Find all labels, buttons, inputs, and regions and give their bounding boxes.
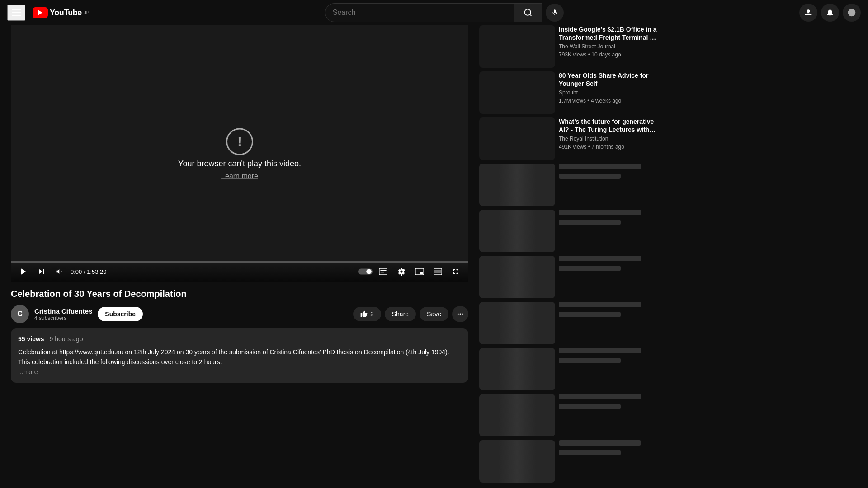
- channel-avatar[interactable]: C: [11, 305, 29, 323]
- account-button[interactable]: [843, 4, 861, 22]
- sidebar-thumbnail-skeleton: [479, 394, 555, 436]
- user-avatar-button[interactable]: [799, 4, 817, 22]
- loading-bar: [559, 440, 641, 446]
- header: YouTubeJP: [0, 0, 868, 25]
- sidebar-video-skeleton: [479, 256, 662, 298]
- loading-bar: [559, 256, 641, 261]
- svg-point-3: [848, 9, 856, 17]
- sidebar: Inside Google's $2.1B Office in a Transf…: [479, 25, 669, 488]
- subtitles-button[interactable]: [376, 264, 391, 279]
- more-actions-button[interactable]: •••: [452, 306, 468, 322]
- sidebar-thumbnail: [479, 25, 555, 68]
- learn-more-link[interactable]: Learn more: [221, 172, 258, 180]
- subscribe-button[interactable]: Subscribe: [98, 307, 143, 321]
- progress-bar[interactable]: [11, 261, 468, 263]
- channel-subscribers: 4 subscribers: [34, 315, 92, 321]
- sidebar-video-title: What's the future for generative AI? - T…: [559, 117, 662, 134]
- sidebar-thumbnail: [479, 71, 555, 114]
- loading-bar: [559, 174, 621, 179]
- video-controls: 0:00 / 1:53:20: [11, 261, 468, 282]
- sidebar-video-info-skeleton: [559, 302, 662, 344]
- svg-rect-11: [380, 270, 387, 271]
- volume-button[interactable]: [52, 264, 67, 279]
- error-text: Your browser can't play this video.: [178, 159, 301, 168]
- svg-marker-7: [57, 269, 60, 274]
- sidebar-video-meta: 491K views • 7 months ago: [559, 144, 662, 150]
- like-button[interactable]: 2: [353, 307, 381, 321]
- notification-button[interactable]: [821, 4, 839, 22]
- loading-bar: [559, 394, 641, 399]
- loading-bar: [559, 312, 621, 317]
- sidebar-video-skeleton: [479, 440, 662, 483]
- action-buttons: 2 Share Save •••: [353, 306, 468, 322]
- sidebar-video-info-skeleton: [559, 210, 662, 252]
- sidebar-video-title: 80 Year Olds Share Advice for Younger Se…: [559, 71, 662, 88]
- sidebar-thumbnail-skeleton: [479, 210, 555, 252]
- time-display: 0:00 / 1:53:20: [71, 268, 107, 275]
- sidebar-video-skeleton: [479, 210, 662, 252]
- youtube-logo-icon: [33, 7, 48, 18]
- sidebar-thumbnail-skeleton: [479, 440, 555, 483]
- header-left: YouTubeJP: [7, 5, 90, 21]
- sidebar-channel-name: Sprouht: [559, 89, 662, 96]
- description-meta: 55 views 9 hours ago: [18, 334, 461, 344]
- description-more[interactable]: ...more: [18, 368, 38, 375]
- miniplayer-button[interactable]: [412, 264, 427, 279]
- sidebar-video-info: What's the future for generative AI? - T…: [559, 117, 662, 160]
- view-count: 55 views: [18, 335, 44, 343]
- svg-line-1: [530, 14, 532, 16]
- voice-search-button[interactable]: [546, 4, 564, 22]
- sidebar-video-info-skeleton: [559, 256, 662, 298]
- hamburger-menu-button[interactable]: [7, 5, 25, 21]
- channel-name[interactable]: Cristina Cifuentes: [34, 307, 92, 315]
- svg-rect-10: [379, 269, 387, 275]
- sidebar-video-info-skeleton: [559, 348, 662, 390]
- search-button[interactable]: [514, 4, 542, 22]
- sidebar-video-skeleton: [479, 302, 662, 344]
- video-error-overlay: ! Your browser can't play this video. Le…: [178, 128, 301, 180]
- fullscreen-button[interactable]: [448, 264, 463, 279]
- video-player[interactable]: ! Your browser can't play this video. Le…: [11, 25, 468, 282]
- error-icon: !: [226, 128, 253, 155]
- logo-country: JP: [84, 10, 90, 15]
- sidebar-video-skeleton: [479, 394, 662, 436]
- sidebar-video-item[interactable]: Inside Google's $2.1B Office in a Transf…: [479, 25, 662, 68]
- sidebar-video-title: Inside Google's $2.1B Office in a Transf…: [559, 25, 662, 42]
- theater-button[interactable]: [430, 264, 445, 279]
- loading-bar: [559, 348, 641, 353]
- sidebar-video-skeleton: [479, 348, 662, 390]
- svg-point-0: [524, 9, 530, 15]
- sidebar-thumbnail-skeleton: [479, 348, 555, 390]
- share-button[interactable]: Share: [385, 307, 416, 321]
- channel-row: C Cristina Cifuentes 4 subscribers Subsc…: [11, 305, 468, 323]
- video-title: Celebration of 30 Years of Decompilation: [11, 288, 468, 300]
- svg-rect-12: [380, 272, 384, 273]
- search-bar: [325, 3, 542, 22]
- settings-button[interactable]: [394, 264, 409, 279]
- description-box[interactable]: 55 views 9 hours ago Celebration at http…: [11, 328, 468, 383]
- sidebar-thumbnail-skeleton: [479, 302, 555, 344]
- logo-text: YouTube: [50, 8, 82, 18]
- header-right: [799, 4, 861, 22]
- sidebar-video-info-skeleton: [559, 440, 662, 483]
- sidebar-video-info: 80 Year Olds Share Advice for Younger Se…: [559, 71, 662, 114]
- sidebar-video-meta: 793K views • 10 days ago: [559, 52, 662, 58]
- header-center: [97, 3, 793, 22]
- video-area: ! Your browser can't play this video. Le…: [0, 25, 479, 488]
- next-button[interactable]: [34, 264, 49, 279]
- youtube-logo[interactable]: YouTubeJP: [33, 7, 90, 18]
- sidebar-video-item[interactable]: 80 Year Olds Share Advice for Younger Se…: [479, 71, 662, 114]
- play-button[interactable]: [16, 264, 31, 279]
- sidebar-channel-name: The Wall Street Journal: [559, 43, 662, 50]
- svg-point-9: [366, 269, 372, 274]
- search-input[interactable]: [326, 5, 514, 20]
- save-button[interactable]: Save: [420, 307, 448, 321]
- description-text: Celebration at https://www.qut.edu.au on…: [18, 347, 461, 367]
- svg-marker-4: [21, 269, 26, 275]
- sidebar-video-item[interactable]: What's the future for generative AI? - T…: [479, 117, 662, 160]
- post-time: 9 hours ago: [50, 335, 83, 343]
- loading-bar: [559, 266, 621, 271]
- sidebar-thumbnail-skeleton: [479, 256, 555, 298]
- autoplay-toggle[interactable]: [358, 264, 373, 279]
- sidebar-video-info-skeleton: [559, 394, 662, 436]
